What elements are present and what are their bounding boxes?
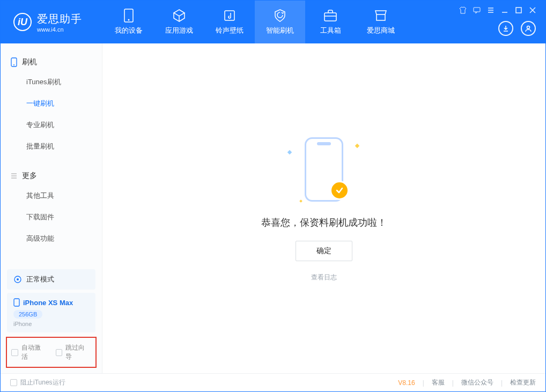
tab-label: 我的设备: [115, 26, 143, 35]
header-actions: [498, 21, 536, 36]
sparkle-icon: [287, 150, 292, 154]
logo-icon: iU: [13, 13, 32, 31]
checkbox-icon: [11, 349, 18, 356]
flash-options-highlight: 自动激活 跳过向导: [6, 337, 97, 368]
tab-label: 智能刷机: [266, 26, 294, 35]
sparkle-icon: [355, 144, 359, 148]
tshirt-icon[interactable]: [459, 6, 467, 14]
tab-smart-flash[interactable]: 智能刷机: [255, 1, 305, 43]
music-icon: [223, 9, 237, 23]
sidebar-item-batch-flash[interactable]: 批量刷机: [1, 136, 102, 157]
wechat-link[interactable]: 微信公众号: [461, 378, 493, 387]
menu-icon[interactable]: [486, 6, 495, 14]
svg-point-20: [17, 278, 19, 280]
app-window: iU 爱思助手 www.i4.cn 我的设备 应用游戏 铃声壁纸 智能刷机: [0, 0, 546, 392]
main-content: 恭喜您，保资料刷机成功啦！ 确定 查看日志: [102, 43, 545, 373]
svg-rect-3: [324, 13, 336, 21]
logo[interactable]: iU 爱思助手 www.i4.cn: [13, 12, 82, 33]
svg-rect-2: [225, 11, 234, 20]
tab-ringtones[interactable]: 铃声壁纸: [204, 1, 255, 43]
maximize-button[interactable]: [514, 6, 523, 14]
device-icon: [122, 9, 136, 23]
check-badge-icon: [330, 181, 349, 200]
tab-label: 工具箱: [320, 26, 341, 35]
phone-icon: [10, 57, 18, 67]
block-itunes-label: 阻止iTunes运行: [20, 378, 65, 387]
sidebar-group-more: 更多 其他工具 下载固件 高级功能: [1, 167, 102, 249]
close-button[interactable]: [528, 6, 537, 14]
tab-label: 爱思商城: [367, 26, 395, 35]
sidebar-group-title: 刷机: [1, 53, 102, 71]
sync-icon: [13, 275, 22, 284]
sidebar-bottom: 正常模式 iPhone XS Max 256GB iPhone 自动激活: [1, 266, 102, 373]
success-illustration: [284, 135, 364, 204]
version-label: V8.16: [398, 379, 415, 387]
nav-tabs: 我的设备 应用游戏 铃声壁纸 智能刷机 工具箱 爱思商城: [104, 1, 406, 43]
option-label: 自动激活: [21, 343, 47, 361]
list-icon: [10, 172, 18, 180]
sidebar-item-advanced[interactable]: 高级功能: [1, 228, 102, 249]
svg-point-1: [128, 19, 130, 21]
option-label: 跳过向导: [65, 343, 91, 361]
svg-rect-10: [516, 8, 521, 13]
cube-icon: [172, 9, 186, 23]
svg-point-15: [13, 64, 14, 65]
mode-label: 正常模式: [26, 275, 54, 284]
check-update-link[interactable]: 检查更新: [510, 378, 536, 387]
tab-toolbox[interactable]: 工具箱: [305, 1, 356, 43]
svg-point-13: [527, 26, 530, 29]
download-button[interactable]: [498, 21, 513, 36]
app-name: 爱思助手: [37, 12, 82, 26]
sidebar-item-other-tools[interactable]: 其他工具: [1, 185, 102, 206]
sidebar-group-title: 更多: [1, 167, 102, 185]
user-button[interactable]: [521, 21, 536, 36]
feedback-icon[interactable]: [473, 6, 481, 14]
sidebar-item-download-fw[interactable]: 下载固件: [1, 206, 102, 228]
device-name-row: iPhone XS Max: [13, 298, 89, 307]
logo-text: 爱思助手 www.i4.cn: [37, 12, 82, 33]
toolbox-icon: [323, 9, 337, 23]
app-domain: www.i4.cn: [37, 26, 82, 33]
svg-rect-21: [14, 299, 19, 306]
store-icon: [374, 9, 388, 23]
tab-apps-games[interactable]: 应用游戏: [154, 1, 204, 43]
confirm-button[interactable]: 确定: [296, 241, 352, 261]
option-auto-activate[interactable]: 自动激活: [11, 343, 47, 361]
success-message: 恭喜您，保资料刷机成功啦！: [261, 216, 387, 229]
footer-right: V8.16 | 客服 | 微信公众号 | 检查更新: [398, 378, 536, 387]
footer: 阻止iTunes运行 V8.16 | 客服 | 微信公众号 | 检查更新: [1, 373, 545, 391]
device-type: iPhone: [13, 321, 89, 327]
separator: |: [452, 379, 454, 387]
group-label: 更多: [22, 171, 37, 181]
window-controls: [459, 6, 537, 14]
option-skip-guide[interactable]: 跳过向导: [56, 343, 92, 361]
sidebar-item-oneclick-flash[interactable]: 一键刷机: [1, 93, 102, 114]
shield-icon: [273, 9, 287, 23]
mode-box[interactable]: 正常模式: [7, 269, 95, 290]
svg-rect-5: [474, 8, 480, 12]
phone-small-icon: [13, 298, 20, 307]
block-itunes-checkbox[interactable]: 阻止iTunes运行: [10, 378, 65, 387]
tab-store[interactable]: 爱思商城: [356, 1, 406, 43]
header: iU 爱思助手 www.i4.cn 我的设备 应用游戏 铃声壁纸 智能刷机: [1, 1, 545, 43]
tab-label: 铃声壁纸: [216, 26, 244, 35]
sidebar-item-pro-flash[interactable]: 专业刷机: [1, 114, 102, 136]
device-capacity: 256GB: [13, 310, 42, 319]
sidebar-item-itunes-flash[interactable]: iTunes刷机: [1, 71, 102, 93]
tab-label: 应用游戏: [165, 26, 193, 35]
checkbox-icon: [56, 349, 63, 356]
separator: |: [423, 379, 424, 387]
group-label: 刷机: [22, 57, 37, 67]
device-box[interactable]: iPhone XS Max 256GB iPhone: [7, 293, 95, 332]
device-name: iPhone XS Max: [23, 299, 73, 307]
checkbox-icon: [10, 379, 17, 386]
sidebar-nav: 刷机 iTunes刷机 一键刷机 专业刷机 批量刷机 更多 其他工具 下载固件 …: [1, 43, 102, 266]
minimize-button[interactable]: [500, 6, 509, 14]
view-log-link[interactable]: 查看日志: [311, 273, 337, 282]
sidebar: 刷机 iTunes刷机 一键刷机 专业刷机 批量刷机 更多 其他工具 下载固件 …: [1, 43, 102, 373]
sparkle-icon: [299, 199, 302, 203]
body: 刷机 iTunes刷机 一键刷机 专业刷机 批量刷机 更多 其他工具 下载固件 …: [1, 43, 545, 373]
sidebar-group-flash: 刷机 iTunes刷机 一键刷机 专业刷机 批量刷机: [1, 53, 102, 157]
support-link[interactable]: 客服: [432, 378, 445, 387]
tab-my-device[interactable]: 我的设备: [104, 1, 154, 43]
